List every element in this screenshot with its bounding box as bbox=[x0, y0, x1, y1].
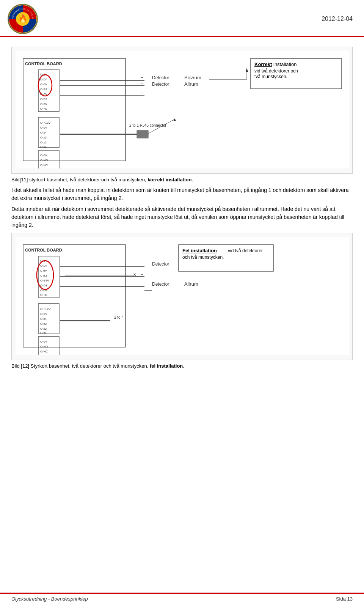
svg-text:2 to 1 RJ45 connector: 2 to 1 RJ45 connector bbox=[129, 123, 167, 127]
svg-text:O  x2: O x2 bbox=[40, 141, 47, 144]
svg-text:O  D4: O D4 bbox=[40, 264, 47, 267]
svg-text:O  D1: O D1 bbox=[40, 284, 47, 287]
svg-text:O  +D: O +D bbox=[40, 293, 47, 297]
svg-text:Sovrum: Sovrum bbox=[184, 75, 201, 80]
svg-text:O  x1: O x1 bbox=[40, 145, 47, 148]
svg-text:+: + bbox=[141, 75, 143, 80]
svg-text:O  0V: O 0V bbox=[40, 312, 47, 316]
svg-text:O  NO: O NO bbox=[40, 345, 48, 348]
svg-text:Detector: Detector bbox=[152, 261, 169, 267]
svg-text:Allrum: Allrum bbox=[184, 81, 198, 87]
svg-text:O  x3: O x3 bbox=[40, 322, 47, 326]
svg-text:CONTROL BOARD: CONTROL BOARD bbox=[25, 61, 62, 66]
footer-page: Sida 13 bbox=[336, 596, 353, 602]
diagram1-caption: Bild[11] styrkort basenhet, två detektor… bbox=[11, 177, 353, 182]
svg-text:två munstycken.: två munstycken. bbox=[254, 74, 287, 79]
svg-text:O  0V: O 0V bbox=[40, 340, 47, 343]
svg-text:O  0V: O 0V bbox=[40, 126, 47, 129]
svg-text:O  D4: O D4 bbox=[40, 78, 47, 81]
svg-text:O  B4V: O B4V bbox=[40, 279, 49, 282]
svg-text:−: − bbox=[141, 80, 143, 86]
svg-text:+: + bbox=[141, 261, 143, 267]
svg-text:Detector: Detector bbox=[152, 282, 169, 287]
svg-text:+: + bbox=[141, 282, 143, 287]
svg-text:−: − bbox=[141, 90, 143, 96]
svg-text:Korrekt: Korrekt bbox=[254, 61, 272, 67]
paragraph1: I det aktuella fallet så hade man koppla… bbox=[11, 186, 353, 202]
svg-text:O  0V: O 0V bbox=[40, 154, 47, 157]
svg-text:Fel installation: Fel installation bbox=[182, 248, 217, 253]
diagram1-container: CONTROL BOARD O 0V O D4 O 0V O B3 O 0V O… bbox=[11, 47, 353, 174]
main-content: CONTROL BOARD O 0V O D4 O 0V O B3 O 0V O… bbox=[0, 37, 364, 378]
svg-text:O  NC: O NC bbox=[40, 164, 48, 167]
svg-marker-29 bbox=[246, 68, 248, 72]
svg-text:O  B2: O B2 bbox=[40, 98, 47, 101]
svg-text:installation: installation bbox=[273, 61, 297, 67]
page-footer: Olycksutredning - Boendesprinklер Sida 1… bbox=[0, 593, 364, 604]
svg-text:Detector: Detector bbox=[152, 82, 169, 87]
svg-text:🔥: 🔥 bbox=[18, 14, 28, 23]
svg-text:vid två detektorer och: vid två detektorer och bbox=[254, 68, 298, 74]
svg-text:O  0V: O 0V bbox=[40, 102, 47, 106]
diagram2-svg: CONTROL BOARD O 0V O D4 C 0V C B3 O B4V … bbox=[16, 237, 349, 355]
svg-text:C  B3: C B3 bbox=[40, 274, 47, 277]
diagram2-caption: Bild [12] Styrkort basenhet, två detekto… bbox=[11, 363, 353, 369]
svg-text:O  NC: O NC bbox=[40, 350, 48, 353]
svg-text:−: − bbox=[141, 272, 143, 277]
svg-text:vid två detektorer: vid två detektorer bbox=[228, 248, 263, 253]
svg-text:O  +D: O +D bbox=[40, 107, 47, 110]
caption2-bold: fel installation bbox=[150, 363, 183, 369]
svg-text:O  NO: O NO bbox=[40, 159, 48, 162]
svg-rect-48 bbox=[137, 131, 148, 138]
svg-text:Detector: Detector bbox=[152, 75, 169, 80]
caption1-bold: korrekt installation bbox=[147, 177, 191, 182]
svg-text:O  0V: O 0V bbox=[40, 83, 47, 86]
svg-text:O  x2: O x2 bbox=[40, 327, 47, 330]
header-date: 2012-12-04 bbox=[322, 16, 353, 22]
diagram1-svg: CONTROL BOARD O 0V O D4 O 0V O B3 O 0V O… bbox=[16, 51, 349, 168]
logo-icon: 🔥 RÄDDNINGSTJÄNSTEN KRISTIANSTAD bbox=[8, 4, 38, 34]
svg-text:O  x3: O x3 bbox=[40, 136, 47, 139]
svg-text:O  B3: O B3 bbox=[40, 88, 47, 91]
footer-title: Olycksutredning - Boendesprinklер bbox=[11, 596, 88, 602]
diagram2-container: CONTROL BOARD O 0V O D4 C 0V C B3 O B4V … bbox=[11, 233, 353, 360]
svg-text:O  x4: O x4 bbox=[40, 317, 47, 321]
svg-text:2 to r: 2 to r bbox=[114, 315, 123, 319]
svg-text:C  0V: C 0V bbox=[40, 269, 47, 272]
page-header: 🔥 RÄDDNINGSTJÄNSTEN KRISTIANSTAD 2012-12… bbox=[0, 0, 364, 37]
logo-area: 🔥 RÄDDNINGSTJÄNSTEN KRISTIANSTAD bbox=[8, 4, 38, 34]
svg-text:och två munstycken.: och två munstycken. bbox=[182, 255, 224, 260]
svg-text:O  +12V: O +12V bbox=[40, 121, 51, 124]
paragraph2: Detta innebar att när detektorn i sovrum… bbox=[11, 205, 353, 229]
svg-text:O  +12V: O +12V bbox=[40, 307, 51, 311]
svg-text:O  x4: O x4 bbox=[40, 131, 47, 134]
svg-text:O  x1: O x1 bbox=[40, 331, 47, 335]
svg-text:Allrum: Allrum bbox=[184, 281, 198, 287]
svg-text:CONTROL BOARD: CONTROL BOARD bbox=[25, 248, 62, 252]
